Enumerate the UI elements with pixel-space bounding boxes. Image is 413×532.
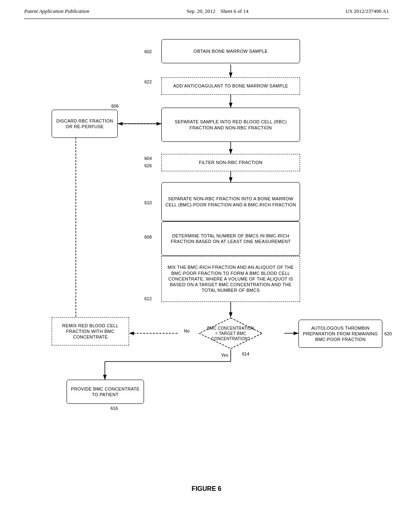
label-608: 608 xyxy=(144,235,152,239)
anticoagulant-box: Add anticoagulant to bone marrow sample xyxy=(161,77,300,95)
autologous-label: Autologous thrombin preparation from rem… xyxy=(302,325,379,343)
mix-label: Mix the BMC-rich fraction and an aliquot… xyxy=(165,264,296,293)
determine-label: Determine total number of BMCs in BMC-ri… xyxy=(165,233,296,245)
label-606: 606 xyxy=(111,104,119,108)
publication-label: Patent Application Publication xyxy=(24,8,90,15)
separate-rbc-box: Separate sample into red blood cell (RBC… xyxy=(161,108,300,142)
diagram-area: Obtain bone marrow sample 602 Add antico… xyxy=(24,27,389,495)
obtain-box: Obtain bone marrow sample xyxy=(161,39,300,63)
anticoagulant-label: Add anticoagulant to bone marrow sample xyxy=(173,83,288,89)
label-616: 616 xyxy=(111,406,118,411)
determine-box: Determine total number of BMCs in BMC-ri… xyxy=(161,221,300,256)
label-622: 622 xyxy=(144,79,152,84)
provide-label: Provide BMC concentrate to patient xyxy=(70,386,140,398)
provide-box: Provide BMC concentrate to patient xyxy=(67,380,144,404)
filter-label: Filter non-RBC fraction xyxy=(199,160,263,165)
separate-bmc-box: Separate non-RBC fraction into a bone ma… xyxy=(161,182,300,221)
header-divider xyxy=(24,19,389,19)
filter-box: Filter non-RBC fraction xyxy=(161,154,300,171)
label-no: No xyxy=(184,328,190,333)
page: Patent Application Publication Sep. 20, … xyxy=(0,0,413,532)
decision-diamond: BMC concentration = Target BMC concentra… xyxy=(198,317,263,349)
mix-box: Mix the BMC-rich fraction and an aliquot… xyxy=(161,256,300,302)
figure-caption: FIGURE 6 xyxy=(192,485,221,493)
remix-box: Remix red blood cell fraction with BMC c… xyxy=(52,317,129,345)
label-602: 602 xyxy=(144,49,152,54)
separate-rbc-label: Separate sample into red blood cell (RBC… xyxy=(165,119,296,131)
label-610: 610 xyxy=(144,200,152,205)
label-612: 612 xyxy=(144,296,152,301)
label-614: 614 xyxy=(242,351,249,356)
obtain-label: Obtain bone marrow sample xyxy=(194,48,268,54)
discard-rbc-box: Discard RBC fraction or re-perfuse xyxy=(52,110,118,138)
decision-label: BMC concentration = Target BMC concentra… xyxy=(198,317,263,349)
patent-number: US 2012/237490 A1 xyxy=(346,8,389,15)
remix-label: Remix red blood cell fraction with BMC c… xyxy=(55,323,125,340)
separate-bmc-label: Separate non-RBC fraction into a bone ma… xyxy=(165,196,296,208)
label-604: 604 xyxy=(144,156,152,161)
label-620: 620 xyxy=(384,331,392,336)
page-header: Patent Application Publication Sep. 20, … xyxy=(24,8,389,15)
date-sheet: Sep. 20, 2012 Sheet 6 of 14 xyxy=(187,8,248,15)
autologous-box: Autologous thrombin preparation from rem… xyxy=(298,320,382,348)
label-yes: Yes xyxy=(221,353,228,357)
discard-rbc-label: Discard RBC fraction or re-perfuse xyxy=(55,118,114,130)
label-626: 626 xyxy=(144,163,152,168)
